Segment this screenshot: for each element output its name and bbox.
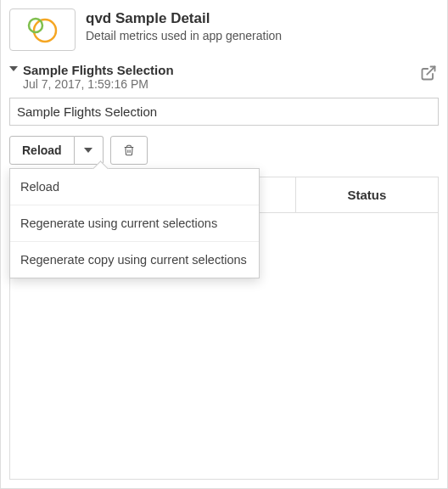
- chevron-down-icon: [84, 148, 92, 153]
- svg-point-0: [34, 20, 56, 42]
- open-external-button[interactable]: [418, 63, 439, 87]
- table-col-status: Status: [296, 177, 438, 212]
- collapse-toggle-icon[interactable]: [9, 66, 18, 71]
- dropdown-item-regenerate-copy[interactable]: Regenerate copy using current selections: [10, 242, 259, 278]
- app-thumb: [9, 8, 76, 51]
- app-header: qvd Sample Detail Detail metrics used in…: [9, 8, 439, 51]
- external-link-icon: [420, 65, 437, 82]
- trash-icon: [123, 143, 135, 158]
- dropdown-item-reload[interactable]: Reload: [10, 169, 259, 205]
- reload-dropdown-menu: Reload Regenerate using current selectio…: [9, 168, 260, 278]
- reload-dropdown-toggle[interactable]: [75, 136, 104, 165]
- svg-line-2: [427, 67, 434, 75]
- reload-button-group: Reload: [9, 136, 104, 165]
- selection-date: Jul 7, 2017, 1:59:16 PM: [23, 77, 174, 91]
- app-title: qvd Sample Detail: [86, 10, 282, 27]
- selection-title: Sample Flights Selection: [23, 63, 174, 77]
- delete-button[interactable]: [110, 136, 148, 165]
- app-name-input[interactable]: [9, 98, 439, 126]
- reload-button[interactable]: Reload: [9, 136, 75, 165]
- app-subtitle: Detail metrics used in app generation: [86, 29, 282, 42]
- dropdown-item-regenerate[interactable]: Regenerate using current selections: [10, 205, 259, 242]
- rings-icon: [25, 15, 60, 44]
